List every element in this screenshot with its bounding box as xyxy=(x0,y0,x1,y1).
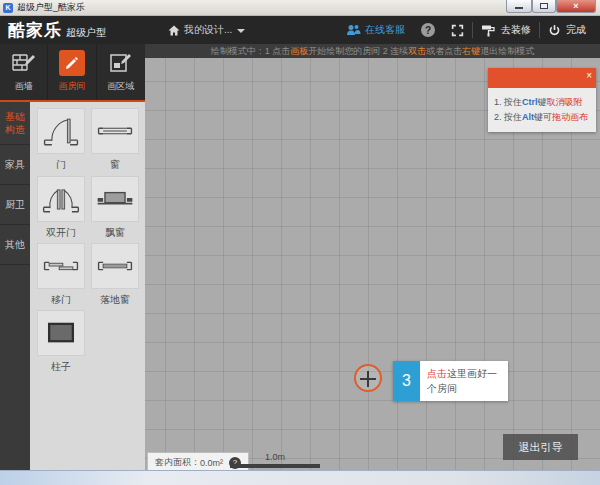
online-service-button[interactable]: 在线客服 xyxy=(338,16,413,44)
guide-step-badge: 3 xyxy=(393,361,420,401)
help-button[interactable]: ? xyxy=(413,16,443,44)
drawing-canvas[interactable]: × 1. 按住Ctrl键取消吸附 2. 按住Alt键可拖动画布 3 点击这里画好… xyxy=(145,58,600,470)
area-tool-icon xyxy=(109,52,133,74)
window-title: 超级户型_酷家乐 xyxy=(17,1,85,14)
palette-item-sliding-door[interactable] xyxy=(37,243,85,289)
window-icon xyxy=(93,110,137,152)
category-tabstrip: 基础构造 家具 厨卫 其他 xyxy=(0,102,30,470)
minimize-icon xyxy=(515,7,523,9)
decorate-label: 去装修 xyxy=(501,23,531,37)
app-header: 酷家乐 超级户型 我的设计... 在线客服 ? xyxy=(0,16,600,44)
palette-item-bay-window[interactable] xyxy=(91,176,139,222)
tool-draw-area[interactable]: 画区域 xyxy=(97,44,145,100)
scale-bar xyxy=(230,464,320,468)
pillar-icon xyxy=(39,312,83,354)
palette-item-door[interactable] xyxy=(37,108,85,154)
decorate-button[interactable]: 去装修 xyxy=(473,16,539,44)
palette-item-french-window[interactable] xyxy=(91,243,139,289)
scale-indicator: 1.0m xyxy=(230,452,320,468)
component-palette: 门 窗 双开门 飘窗 xyxy=(30,102,145,470)
area-label: 套内面积： xyxy=(155,456,200,469)
my-design-label: 我的设计... xyxy=(184,23,232,37)
notification-line-1: 1. 按住Ctrl键取消吸附 xyxy=(494,95,590,110)
notification-close-icon[interactable]: × xyxy=(586,70,592,81)
window-bottom-frame xyxy=(0,470,600,485)
finish-label: 完成 xyxy=(566,23,586,37)
close-icon: × xyxy=(573,1,578,12)
fullscreen-button[interactable] xyxy=(443,16,472,44)
category-tab-furniture[interactable]: 家具 xyxy=(0,145,30,185)
french-window-icon xyxy=(93,245,137,287)
palette-label-bay-window: 飘窗 xyxy=(91,226,139,240)
online-service-label: 在线客服 xyxy=(365,23,405,37)
category-tab-other[interactable]: 其他 xyxy=(0,225,30,265)
exit-guide-button[interactable]: 退出引导 xyxy=(503,434,578,460)
double-door-icon xyxy=(39,178,83,220)
tool-draw-area-label: 画区域 xyxy=(107,80,134,93)
crosshair-vertical xyxy=(367,371,369,387)
palette-label-door: 门 xyxy=(37,158,85,172)
app-logo-sub: 超级户型 xyxy=(66,26,106,40)
my-design-menu[interactable]: 我的设计... xyxy=(168,23,245,37)
palette-label-pillar: 柱子 xyxy=(37,360,85,374)
draw-mode-hint: 绘制模式中：1 点击画板开始绘制您的房间 2 连续双击或者点击右键退出绘制模式 xyxy=(145,44,600,58)
online-service-icon xyxy=(346,24,361,36)
palette-label-french-window: 落地窗 xyxy=(91,293,139,307)
room-tool-icon xyxy=(64,55,80,71)
maximize-button[interactable] xyxy=(532,0,556,13)
close-button[interactable]: × xyxy=(556,0,596,13)
guide-tip-text: 点击这里画好一个房间 xyxy=(420,361,508,401)
chevron-down-icon xyxy=(237,29,245,33)
category-tab-basic[interactable]: 基础构造 xyxy=(0,102,30,145)
palette-label-window: 窗 xyxy=(91,158,139,172)
palette-label-double-door: 双开门 xyxy=(37,226,85,240)
tool-draw-room[interactable]: 画房间 xyxy=(48,44,96,100)
wall-tool-icon xyxy=(12,52,36,74)
home-icon xyxy=(168,25,180,36)
palette-item-pillar[interactable] xyxy=(37,310,85,356)
sliding-door-icon xyxy=(39,245,83,287)
os-titlebar: K 超级户型_酷家乐 × xyxy=(0,0,600,16)
app-logo: 酷家乐 xyxy=(8,19,62,42)
fullscreen-icon xyxy=(451,24,464,37)
door-icon xyxy=(39,110,83,152)
maximize-icon xyxy=(540,3,548,9)
minimize-button[interactable] xyxy=(506,0,532,13)
shortcut-notification: × 1. 按住Ctrl键取消吸附 2. 按住Alt键可拖动画布 xyxy=(488,68,596,132)
notification-line-2: 2. 按住Alt键可拖动画布 xyxy=(494,110,590,125)
palette-label-sliding-door: 移门 xyxy=(37,293,85,307)
palette-item-double-door[interactable] xyxy=(37,176,85,222)
power-icon xyxy=(548,24,561,37)
category-tab-kitchen-bath[interactable]: 厨卫 xyxy=(0,185,30,225)
tool-draw-wall[interactable]: 画墙 xyxy=(0,44,48,100)
crosshair-cursor[interactable] xyxy=(354,364,382,392)
bay-window-icon xyxy=(93,178,137,220)
scale-label: 1.0m xyxy=(230,452,320,462)
notification-body: 1. 按住Ctrl键取消吸附 2. 按住Alt键可拖动画布 xyxy=(488,88,596,132)
guide-tooltip: 3 点击这里画好一个房间 xyxy=(393,361,508,401)
app-icon: K xyxy=(3,3,13,13)
tool-draw-room-label: 画房间 xyxy=(58,80,85,93)
finish-button[interactable]: 完成 xyxy=(540,16,594,44)
draw-tool-panel: 画墙 画房间 画区域 xyxy=(0,44,145,100)
app-window: K 超级户型_酷家乐 × 酷家乐 超级户型 我的设计... 在线客服 ? xyxy=(0,0,600,485)
paint-roller-icon xyxy=(481,24,496,37)
help-icon: ? xyxy=(421,23,435,37)
tool-draw-wall-label: 画墙 xyxy=(15,80,33,93)
notification-header: × xyxy=(488,68,596,88)
palette-item-window[interactable] xyxy=(91,108,139,154)
area-value: 0.0m² xyxy=(200,458,223,468)
